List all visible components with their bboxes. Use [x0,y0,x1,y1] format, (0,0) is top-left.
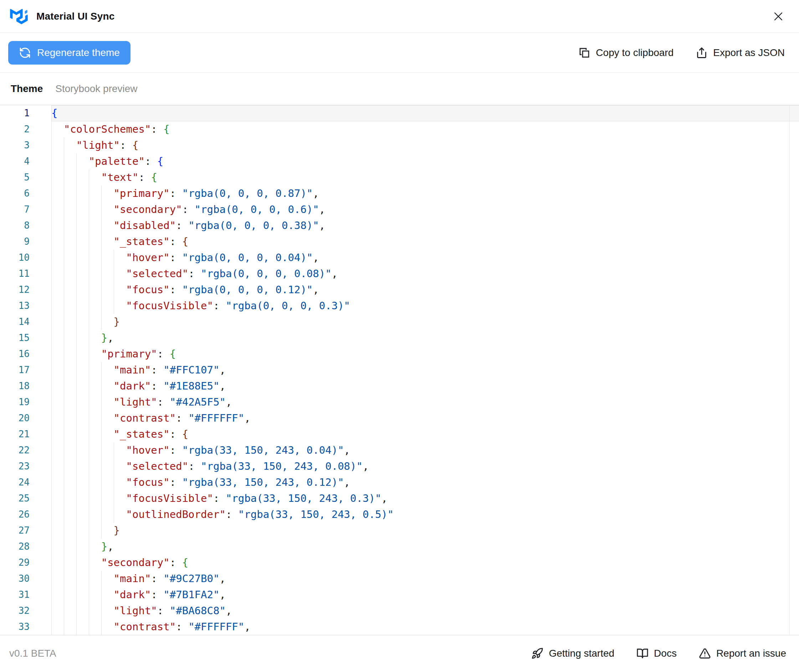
line-number: 2 [0,121,51,137]
code-line[interactable]: 14 } [0,314,799,330]
line-number: 11 [0,266,51,282]
tab-theme[interactable]: Theme [11,83,43,94]
code-content: "light": "#BA68C8", [51,603,799,619]
code-line[interactable]: 1{ [0,105,799,121]
code-line[interactable]: 16 "primary": { [0,346,799,362]
indent-guide [101,507,102,523]
code-line[interactable]: 33 "contrast": "#FFFFFF", [0,619,799,635]
rocket-icon [531,647,543,659]
code-line[interactable]: 18 "dark": "#1E88E5", [0,378,799,394]
indent-guide [64,170,64,186]
indent-guide [89,474,89,490]
code-line[interactable]: 30 "main": "#9C27B0", [0,571,799,587]
docs-link[interactable]: Docs [636,647,677,659]
indent-guide [51,587,52,603]
indent-guide [89,314,89,330]
scrollbar-track[interactable] [789,105,790,635]
indent-guide [64,234,64,250]
indent-guide [76,346,77,362]
indent-guide [89,170,89,186]
getting-started-link[interactable]: Getting started [531,647,614,659]
code-content: "disabled": "rgba(0, 0, 0, 0.38)", [51,218,799,234]
indent-guide [89,330,89,346]
indent-guide [89,186,89,202]
indent-guide [89,218,89,234]
code-line[interactable]: 15 }, [0,330,799,346]
export-as-json-button[interactable]: Export as JSON [696,47,785,59]
indent-guide [89,555,89,571]
code-content: "colorSchemes": { [51,121,799,137]
indent-guide [64,523,64,539]
app-title: Material UI Sync [36,11,115,22]
code-content: "palette": { [51,154,799,170]
code-line[interactable]: 5 "text": { [0,170,799,186]
code-line[interactable]: 7 "secondary": "rgba(0, 0, 0, 0.6)", [0,202,799,218]
code-line[interactable]: 2 "colorSchemes": { [0,121,799,137]
code-line[interactable]: 27 } [0,523,799,539]
code-content: "light": "#42A5F5", [51,394,799,410]
indent-guide [64,555,64,571]
code-editor[interactable]: 1{2 "colorSchemes": {3 "light": {4 "pale… [0,105,799,635]
code-content: "focus": "rgba(0, 0, 0, 0.12)", [51,282,799,298]
code-line[interactable]: 32 "light": "#BA68C8", [0,603,799,619]
code-line[interactable]: 13 "focusVisible": "rgba(0, 0, 0, 0.3)" [0,298,799,314]
code-content: "text": { [51,170,799,186]
code-line[interactable]: 19 "light": "#42A5F5", [0,394,799,410]
code-line[interactable]: 26 "outlinedBorder": "rgba(33, 150, 243,… [0,507,799,523]
indent-guide [89,346,89,362]
indent-guide [51,218,52,234]
line-number: 16 [0,346,51,362]
indent-guide [64,603,64,619]
indent-guide [114,250,114,266]
code-line[interactable]: 4 "palette": { [0,154,799,170]
code-line[interactable]: 28 }, [0,539,799,555]
code-line[interactable]: 9 "_states": { [0,234,799,250]
indent-guide [89,458,89,474]
indent-guide [89,410,89,426]
code-line[interactable]: 23 "selected": "rgba(33, 150, 243, 0.08)… [0,458,799,474]
indent-guide [89,523,89,539]
indent-guide [51,137,52,154]
tab-bar: Theme Storybook preview [0,73,799,105]
indent-guide [76,394,77,410]
indent-guide [76,442,77,458]
code-line[interactable]: 8 "disabled": "rgba(0, 0, 0, 0.38)", [0,218,799,234]
indent-guide [51,378,52,394]
indent-guide [89,571,89,587]
indent-guide [101,282,102,298]
code-line[interactable]: 12 "focus": "rgba(0, 0, 0, 0.12)", [0,282,799,298]
code-content: "main": "#9C27B0", [51,571,799,587]
code-line[interactable]: 11 "selected": "rgba(0, 0, 0, 0.08)", [0,266,799,282]
copy-to-clipboard-button[interactable]: Copy to clipboard [578,47,673,59]
indent-guide [51,619,52,635]
report-issue-link[interactable]: Report an issue [699,647,786,659]
code-line[interactable]: 21 "_states": { [0,426,799,442]
indent-guide [64,426,64,442]
indent-guide [51,170,52,186]
indent-guide [89,362,89,378]
line-number: 23 [0,458,51,474]
indent-guide [64,282,64,298]
indent-guide [51,346,52,362]
copy-to-clipboard-label: Copy to clipboard [596,47,673,59]
code-line[interactable]: 22 "hover": "rgba(33, 150, 243, 0.04)", [0,442,799,458]
regenerate-theme-button[interactable]: Regenerate theme [8,41,131,64]
code-line[interactable]: 20 "contrast": "#FFFFFF", [0,410,799,426]
code-line[interactable]: 6 "primary": "rgba(0, 0, 0, 0.87)", [0,186,799,202]
code-line[interactable]: 25 "focusVisible": "rgba(33, 150, 243, 0… [0,490,799,507]
indent-guide [101,619,102,635]
close-button[interactable] [770,8,786,24]
code-line[interactable]: 31 "dark": "#7B1FA2", [0,587,799,603]
line-number: 32 [0,603,51,619]
code-line[interactable]: 29 "secondary": { [0,555,799,571]
indent-guide [51,154,52,170]
indent-guide [101,571,102,587]
code-line[interactable]: 3 "light": { [0,137,799,154]
indent-guide [89,266,89,282]
tab-storybook-preview[interactable]: Storybook preview [55,83,137,94]
code-line[interactable]: 24 "focus": "rgba(33, 150, 243, 0.12)", [0,474,799,490]
indent-guide [101,298,102,314]
indent-guide [114,490,114,507]
code-line[interactable]: 10 "hover": "rgba(0, 0, 0, 0.04)", [0,250,799,266]
code-line[interactable]: 17 "main": "#FFC107", [0,362,799,378]
